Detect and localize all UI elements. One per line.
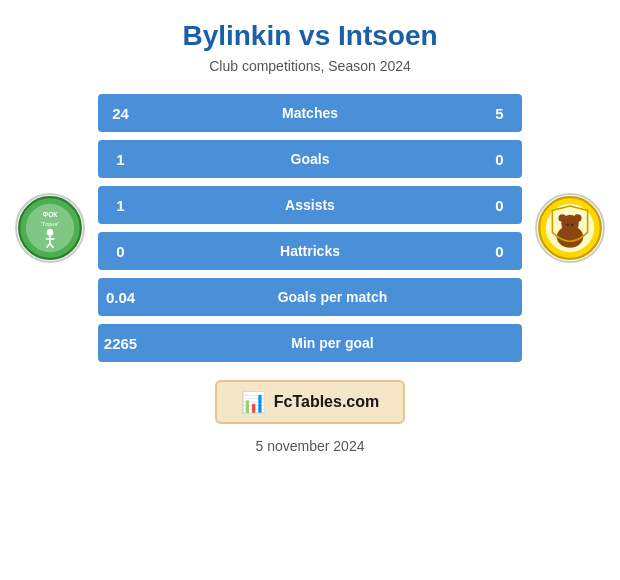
- stat-row-0: 24Matches5: [98, 94, 522, 132]
- stat-right-value-0: 5: [477, 94, 522, 132]
- watermark-text: FcTables.com: [274, 393, 380, 411]
- svg-text:"Горня": "Горня": [41, 221, 60, 227]
- svg-point-4: [47, 229, 54, 236]
- stat-left-value-3: 0: [98, 232, 143, 270]
- stat-row-5: 2265Min per goal: [98, 324, 522, 362]
- left-team-svg: ФОК "Горня": [17, 195, 83, 261]
- stats-rows: 24Matches51Goals01Assists00Hattricks00.0…: [90, 94, 530, 362]
- stat-label-3: Hattricks: [280, 243, 340, 259]
- svg-point-14: [574, 214, 582, 222]
- comparison-section: ФОК "Горня" 24Matches51Goals01Assists00H…: [10, 94, 610, 362]
- right-team-svg: [537, 195, 603, 261]
- stat-label-1: Goals: [291, 151, 330, 167]
- stat-bar-4: Goals per match: [143, 278, 522, 316]
- svg-point-15: [566, 223, 569, 226]
- stat-left-value-4: 0.04: [98, 278, 143, 316]
- stat-left-value-1: 1: [98, 140, 143, 178]
- svg-point-16: [571, 223, 574, 226]
- subtitle: Club competitions, Season 2024: [209, 58, 411, 74]
- stat-bar-0: Matches: [143, 94, 477, 132]
- stat-row-2: 1Assists0: [98, 186, 522, 224]
- svg-point-13: [558, 214, 566, 222]
- footer-date: 5 november 2024: [256, 438, 365, 454]
- left-logo-circle: ФОК "Горня": [15, 193, 85, 263]
- stat-left-value-0: 24: [98, 94, 143, 132]
- watermark-icon: 📊: [241, 390, 266, 414]
- right-logo-circle: [535, 193, 605, 263]
- stat-bar-3: Hattricks: [143, 232, 477, 270]
- stat-label-5: Min per goal: [291, 335, 373, 351]
- stat-label-2: Assists: [285, 197, 335, 213]
- stat-right-value-3: 0: [477, 232, 522, 270]
- stat-row-3: 0Hattricks0: [98, 232, 522, 270]
- page-title: Bylinkin vs Intsoen: [182, 20, 437, 52]
- stat-left-value-5: 2265: [98, 324, 143, 362]
- stat-bar-2: Assists: [143, 186, 477, 224]
- stat-label-0: Matches: [282, 105, 338, 121]
- stat-row-1: 1Goals0: [98, 140, 522, 178]
- stat-right-value-1: 0: [477, 140, 522, 178]
- stat-label-4: Goals per match: [278, 289, 388, 305]
- stat-bar-5: Min per goal: [143, 324, 522, 362]
- right-team-logo: [530, 188, 610, 268]
- stat-left-value-2: 1: [98, 186, 143, 224]
- stat-right-value-2: 0: [477, 186, 522, 224]
- watermark-box: 📊 FcTables.com: [215, 380, 406, 424]
- svg-text:ФОК: ФОК: [43, 211, 59, 218]
- stat-row-4: 0.04Goals per match: [98, 278, 522, 316]
- left-team-logo: ФОК "Горня": [10, 188, 90, 268]
- stat-bar-1: Goals: [143, 140, 477, 178]
